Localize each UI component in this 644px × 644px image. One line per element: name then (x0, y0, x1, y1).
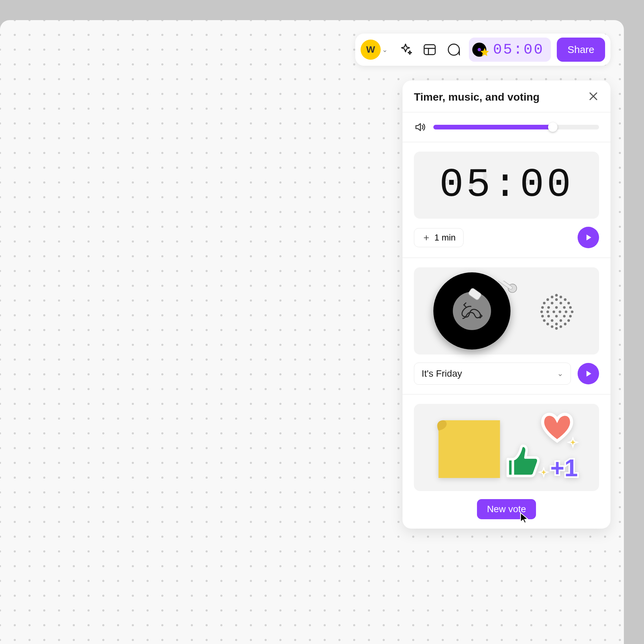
svg-point-14 (555, 298, 558, 301)
timer-pill-time: 05:00 (493, 41, 544, 58)
svg-rect-0 (424, 45, 435, 54)
share-button[interactable]: Share (557, 38, 605, 62)
sparkle-icon (566, 437, 580, 450)
svg-point-38 (559, 319, 562, 322)
voting-section: +1 New vote (402, 394, 610, 529)
play-icon (584, 233, 593, 242)
svg-point-31 (541, 315, 544, 318)
thumbs-up-icon (501, 441, 541, 481)
avatar: W (361, 40, 381, 60)
svg-marker-46 (587, 371, 591, 376)
add-minute-chip[interactable]: ＋ 1 min (414, 228, 464, 247)
svg-point-22 (555, 306, 558, 309)
panel-title: Timer, music, and voting (414, 91, 540, 103)
cursor-icon (519, 512, 531, 524)
svg-text:+1: +1 (550, 454, 578, 481)
svg-point-17 (551, 302, 553, 305)
svg-point-11 (551, 296, 553, 299)
user-menu[interactable]: W ⌄ (361, 40, 390, 60)
plus-one-icon: +1 (549, 453, 586, 484)
svg-point-42 (564, 323, 567, 325)
svg-point-20 (541, 306, 544, 309)
slider-thumb[interactable] (548, 122, 557, 132)
svg-point-28 (558, 311, 561, 313)
svg-point-15 (564, 298, 567, 301)
svg-point-26 (546, 311, 549, 313)
volume-icon (414, 121, 426, 133)
timer-pill[interactable]: 05:00 (469, 38, 551, 62)
svg-point-29 (565, 311, 567, 313)
play-icon (584, 369, 593, 378)
svg-point-24 (569, 306, 572, 309)
svg-point-32 (547, 315, 550, 318)
chat-icon[interactable] (445, 41, 463, 59)
voting-preview: +1 (414, 404, 599, 491)
svg-point-39 (567, 319, 570, 322)
svg-point-7 (508, 284, 517, 293)
music-play-button[interactable] (578, 363, 599, 384)
svg-point-40 (546, 323, 549, 325)
sticky-note-icon (431, 414, 508, 484)
svg-point-19 (567, 302, 570, 305)
timer-play-button[interactable] (578, 227, 599, 248)
star-icon (479, 47, 490, 58)
svg-point-41 (555, 323, 558, 325)
layout-icon[interactable] (421, 41, 439, 59)
plus-icon: ＋ (422, 233, 431, 242)
svg-point-21 (547, 306, 550, 309)
svg-point-44 (559, 325, 562, 328)
timer-pill-badge (472, 42, 488, 58)
svg-point-12 (559, 296, 562, 299)
volume-slider[interactable] (433, 125, 599, 129)
add-minute-label: 1 min (434, 232, 456, 243)
sparkle-icon (537, 467, 550, 480)
svg-point-33 (555, 315, 558, 318)
chevron-down-icon: ⌄ (557, 369, 563, 378)
volume-row (402, 112, 610, 142)
svg-point-34 (563, 315, 566, 318)
svg-point-16 (543, 302, 545, 305)
svg-point-27 (552, 311, 555, 313)
svg-point-25 (540, 311, 543, 313)
svg-marker-6 (587, 234, 591, 240)
svg-point-43 (551, 325, 553, 328)
close-icon[interactable] (588, 91, 599, 103)
sparkle-icon[interactable] (396, 41, 415, 59)
speaker-icon (533, 287, 580, 334)
music-section: It's Friday ⌄ (402, 258, 610, 394)
svg-marker-5 (416, 124, 421, 131)
avatar-initial: W (366, 44, 375, 55)
svg-point-30 (571, 311, 573, 313)
svg-point-10 (555, 294, 558, 297)
svg-point-37 (551, 319, 553, 322)
track-select[interactable]: It's Friday ⌄ (414, 363, 571, 385)
track-name: It's Friday (422, 368, 462, 379)
svg-point-18 (559, 302, 562, 305)
svg-point-35 (569, 315, 572, 318)
chevron-down-icon: ⌄ (382, 46, 388, 54)
timer-panel: Timer, music, and voting 88:88 05:00 ＋ 1… (402, 80, 610, 529)
timer-section: 88:88 05:00 ＋ 1 min (402, 142, 610, 258)
top-toolbar: W ⌄ 05:00 Share (355, 34, 610, 66)
vinyl-record-icon (433, 272, 511, 350)
svg-point-45 (555, 327, 558, 330)
svg-point-23 (563, 306, 566, 309)
scribble-icon (457, 296, 487, 326)
timer-display[interactable]: 88:88 05:00 (414, 152, 599, 219)
record-player (414, 267, 599, 355)
svg-point-36 (543, 319, 545, 322)
svg-point-13 (546, 298, 549, 301)
